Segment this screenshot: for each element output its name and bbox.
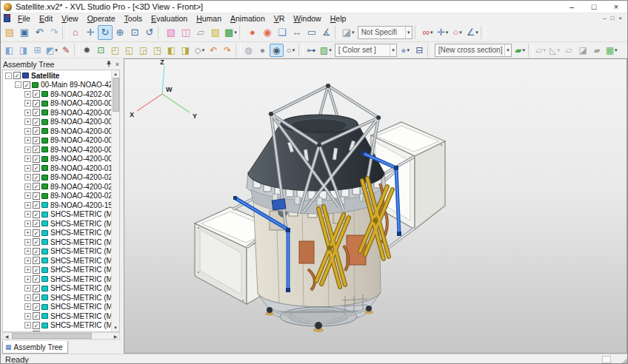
render-hidden-line-button[interactable]: ○▾ bbox=[284, 44, 298, 57]
tree-item[interactable]: +✓SHCS-METRIC (M 6.0 X 25 LG S bbox=[3, 237, 111, 247]
material-texture-button[interactable]: ▨▾ bbox=[318, 44, 333, 57]
dropdown-arrow-icon[interactable]: ▾ bbox=[407, 47, 410, 53]
pan-view-button[interactable]: ✛ bbox=[83, 25, 98, 40]
dropdown-arrow-icon[interactable]: ▾ bbox=[544, 47, 547, 53]
fit-selection-button[interactable]: ⊡ bbox=[94, 44, 108, 57]
expand-toggle[interactable]: + bbox=[24, 257, 31, 264]
expand-toggle[interactable]: + bbox=[24, 239, 31, 246]
collapse-toggle[interactable]: - bbox=[5, 73, 12, 79]
zoom-area-button[interactable]: ⊡ bbox=[127, 25, 142, 40]
visibility-checkbox[interactable]: ✓ bbox=[23, 81, 30, 89]
expand-toggle[interactable]: + bbox=[24, 248, 31, 255]
menu-tools[interactable]: Tools bbox=[120, 14, 147, 23]
visibility-checkbox[interactable]: ✓ bbox=[33, 285, 40, 292]
visibility-checkbox[interactable]: ✓ bbox=[33, 90, 40, 98]
dropdown-arrow-icon[interactable]: ▾ bbox=[390, 44, 395, 56]
measure-angle-button[interactable]: ∡ bbox=[319, 25, 334, 40]
tree-vertical-scrollbar[interactable]: ▲ ▼ bbox=[111, 70, 119, 331]
dropdown-arrow-icon[interactable]: ▾ bbox=[504, 44, 510, 56]
scrollbar-thumb[interactable] bbox=[113, 78, 119, 112]
expand-toggle[interactable]: + bbox=[24, 91, 31, 98]
measure-edge-button[interactable]: ▭ bbox=[304, 25, 319, 40]
zoom-button[interactable]: ⊕ bbox=[113, 25, 127, 40]
tree-item[interactable]: -✓Satellite bbox=[3, 71, 111, 81]
collapse-toggle[interactable]: - bbox=[15, 81, 21, 88]
pin-icon[interactable] bbox=[106, 61, 112, 67]
tree-item[interactable]: +✓89-NOAO-4200-0005 (ASSY D bbox=[3, 118, 111, 127]
select-primitive-button[interactable]: ▱ bbox=[193, 25, 208, 40]
expand-toggle[interactable]: + bbox=[24, 294, 31, 301]
tree-item[interactable]: +✓89-NOAO-4200-0006 (ASSY D bbox=[3, 127, 111, 136]
minimize-button[interactable]: – bbox=[561, 1, 583, 13]
rotate-view-ccw-button[interactable]: ↶ bbox=[207, 44, 221, 57]
angle-snap-button[interactable]: ∠▾ bbox=[465, 25, 480, 40]
tab-assembly-tree[interactable]: ▦ Assembly Tree bbox=[2, 341, 68, 354]
tree-item[interactable]: +✓SHCS-METRIC (M 6.0 X 20 LG S bbox=[3, 210, 111, 220]
rotate-view-cw-button[interactable]: ↷ bbox=[221, 44, 235, 57]
menu-view[interactable]: View bbox=[57, 14, 83, 23]
view-right-button[interactable]: ◳ bbox=[150, 44, 164, 57]
tree-item[interactable]: +✓89-NOAO-4200-0129 (ASSY D bbox=[3, 164, 111, 173]
expand-toggle[interactable]: + bbox=[24, 220, 31, 227]
visibility-checkbox[interactable]: ✓ bbox=[33, 100, 40, 107]
tree-item[interactable]: +✓SHCS-METRIC (M 6.0 X 25 LG S bbox=[3, 321, 111, 331]
dropdown-arrow-icon[interactable]: ▾ bbox=[405, 27, 410, 38]
rotate-part-button[interactable]: ○▾ bbox=[450, 25, 465, 40]
visibility-checkbox[interactable]: ✓ bbox=[33, 192, 40, 200]
layout-split-view-button[interactable]: ⊞ bbox=[30, 44, 44, 57]
visibility-checkbox[interactable]: ✓ bbox=[33, 174, 40, 181]
layout-capture-button[interactable]: ◩▾ bbox=[44, 44, 59, 57]
mdi-minimize-button[interactable]: – bbox=[603, 15, 606, 21]
select-part-button[interactable]: ◫ bbox=[178, 25, 193, 40]
tree-item[interactable]: +✓SHCS-METRIC (M 6.0 X 25 LG S bbox=[3, 266, 111, 275]
color-set-combobox[interactable]: [ Color set ]▾ bbox=[335, 44, 397, 57]
view-isometric-button[interactable]: ◇▾ bbox=[193, 44, 207, 57]
mdi-restore-button[interactable]: □ bbox=[610, 15, 614, 21]
expand-toggle[interactable]: + bbox=[24, 266, 31, 273]
visibility-checkbox[interactable]: ✓ bbox=[33, 266, 40, 274]
select-overlap-button[interactable]: ❏ bbox=[275, 25, 290, 40]
tree-horizontal-scrollbar[interactable]: ◀ ▶ bbox=[2, 332, 120, 340]
tree-item[interactable]: +✓89-NOAO-4200-0007 (ASSY D bbox=[3, 136, 111, 146]
dropdown-arrow-icon[interactable]: ▾ bbox=[352, 30, 355, 36]
dropdown-arrow-icon[interactable]: ▾ bbox=[615, 47, 618, 53]
visibility-checkbox[interactable]: ✓ bbox=[33, 155, 40, 163]
edit-annotation-button[interactable]: ✎ bbox=[59, 44, 73, 57]
dropdown-arrow-icon[interactable]: ▾ bbox=[234, 30, 237, 36]
view-left-button[interactable]: ◲ bbox=[136, 44, 150, 57]
menu-human[interactable]: Human bbox=[192, 14, 226, 23]
tree-item[interactable]: +✓89-NOAO-4200-0004 (ASSY D bbox=[3, 108, 111, 118]
menu-edit[interactable]: Edit bbox=[35, 14, 57, 23]
tree-item[interactable]: +✓SHCS-METRIC (M 6.0 X 25 LG S bbox=[3, 330, 111, 331]
undo-button[interactable]: ↶ bbox=[32, 25, 47, 40]
expand-toggle[interactable]: + bbox=[24, 313, 31, 320]
tree-item[interactable]: +✓89-NOAO-4200-0017 (ASSY D bbox=[3, 155, 111, 164]
tree-item[interactable]: +✓SHCS-METRIC (M 6.0 X 25 LG S bbox=[3, 229, 111, 238]
color-mode-combobox[interactable]: Not Specifi▾ bbox=[358, 26, 412, 39]
expand-toggle[interactable]: + bbox=[24, 322, 31, 328]
dropdown-arrow-icon[interactable]: ▾ bbox=[202, 47, 205, 53]
menu-vr[interactable]: VR bbox=[270, 14, 290, 23]
tree-item[interactable]: +✓89-NOAO-4200-1572 %29 bbox=[3, 200, 111, 210]
tree-item[interactable]: +✓89-NOAO-4200-0212 (ASSY D bbox=[3, 192, 111, 201]
tree-item[interactable]: +✓89-NOAO-4200-0008 bbox=[3, 145, 111, 155]
menu-window[interactable]: Window bbox=[289, 14, 325, 23]
resize-grip-icon[interactable]: ◢ bbox=[621, 357, 627, 364]
3d-viewport[interactable]: Z X Y W bbox=[124, 58, 627, 354]
view-top-button[interactable]: ◧ bbox=[164, 44, 178, 57]
dropdown-arrow-icon[interactable]: ▾ bbox=[523, 47, 526, 53]
expand-toggle[interactable]: + bbox=[24, 165, 31, 172]
tree-item[interactable]: +✓SHCS-METRIC (M 6.0 X 25 LG S bbox=[3, 293, 111, 303]
menu-file[interactable]: File bbox=[13, 14, 35, 23]
mdi-close-button[interactable]: × bbox=[618, 15, 622, 21]
visibility-checkbox[interactable]: ✓ bbox=[33, 275, 40, 283]
expand-toggle[interactable]: + bbox=[24, 192, 31, 199]
maximize-button[interactable]: □ bbox=[583, 1, 605, 13]
tree-item[interactable]: +✓SHCS-METRIC (M 6.0 X 25 LG S bbox=[3, 274, 111, 284]
fill-color-button[interactable]: ◪▾ bbox=[341, 25, 356, 40]
display-settings-button[interactable]: ⊟ bbox=[412, 44, 427, 57]
tree-item[interactable]: +✓89-NOAO-4200-0003 (ASSY D bbox=[3, 99, 111, 109]
expand-toggle[interactable]: + bbox=[24, 202, 31, 209]
render-shaded-edges-button[interactable]: ◉ bbox=[270, 44, 284, 57]
visibility-checkbox[interactable]: ✓ bbox=[33, 303, 40, 311]
